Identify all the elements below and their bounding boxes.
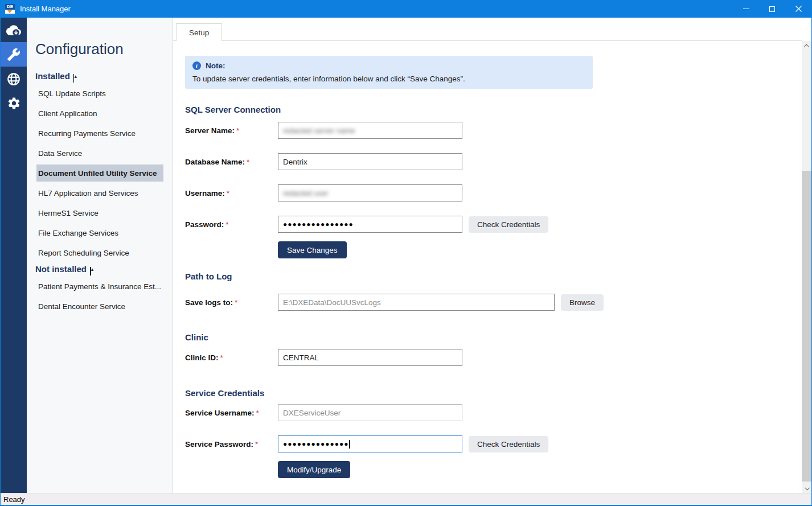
chevron-up-icon [804,44,809,48]
gear-icon [7,96,21,110]
nav-item-patient-payments-insurance[interactable]: Patient Payments & Insurance Est... [36,277,163,297]
titlebar: DE Install Manager [1,0,811,18]
globe-icon [6,72,21,87]
server-name-label: Server Name:* [185,126,278,135]
password-label: Password:* [185,220,278,229]
required-mark: * [227,189,229,198]
redacted-value: redacted user [283,189,329,198]
app-window: DE Install Manager [0,0,812,506]
icon-rail [1,18,27,493]
section-service-credentials: Service Credentials [185,388,802,398]
section-path-to-log: Path to Log [185,271,802,282]
page-title: Configuration [35,40,173,60]
rail-item-downloads[interactable] [1,18,27,42]
username-label: Username:* [185,189,278,198]
masked-password: ●●●●●●●●●●●●●● [283,440,348,448]
nav-item-data-service[interactable]: Data Service [36,143,163,163]
required-mark: * [220,353,223,362]
browse-button[interactable]: Browse [561,294,604,311]
check-credentials-button-service[interactable]: Check Credentials [469,436,548,452]
status-text: Ready [3,495,25,504]
required-mark: * [255,440,258,449]
app-logo-icon: DE [5,4,15,14]
chevron-down-icon [805,486,809,490]
password-field[interactable]: ●●●●●●●●●●●●●●● [278,216,462,233]
redacted-value: redacted server name [283,126,355,135]
collapse-caret-icon: ▲ [90,267,91,275]
save-logs-to-field[interactable] [278,294,555,311]
nav-item-document-unfiled-utility-service[interactable]: Document Unfiled Utility Service [36,164,163,182]
maximize-button[interactable] [759,0,785,18]
status-bar: Ready [1,493,811,505]
tab-setup[interactable]: Setup [176,23,222,41]
database-name-field[interactable] [278,153,462,170]
minimize-button[interactable] [733,0,759,18]
text-caret [349,440,350,449]
masked-password: ●●●●●●●●●●●●●●● [283,220,354,228]
clinic-id-field[interactable] [278,349,462,366]
modify-upgrade-button[interactable]: Modify/Upgrade [278,461,350,478]
required-mark: * [236,126,239,135]
collapse-caret-icon: ▲ [73,74,75,83]
nav-item-file-exchange-services[interactable]: File Exchange Services [36,223,163,243]
server-name-field[interactable]: redacted server name [278,122,462,139]
nav-item-sql-update-scripts[interactable]: SQL Update Scripts [36,84,163,104]
cloud-download-icon [6,23,21,38]
required-mark: * [235,298,237,307]
required-mark: * [256,409,259,417]
rail-item-network[interactable] [1,67,27,91]
service-password-label: Service Password:* [185,440,278,449]
nav-item-report-scheduling-service[interactable]: Report Scheduling Service [36,243,163,263]
maximize-icon [769,6,775,12]
required-mark: * [225,220,228,229]
nav-group-installed[interactable]: Installed▲ [35,71,173,81]
info-icon: i [192,61,201,70]
main-area: Setup i Note: To update server credentia… [173,18,811,493]
nav-item-dental-encounter-service[interactable]: Dental Encounter Service [36,297,163,316]
nav-item-hermes1-service[interactable]: HermeS1 Service [36,203,163,223]
scroll-up-button[interactable] [802,41,811,51]
rail-item-settings[interactable] [1,91,27,116]
setup-content: i Note: To update server credentials, en… [173,41,802,493]
note-title: Note: [206,61,225,70]
vertical-scrollbar[interactable] [802,41,811,493]
close-button[interactable] [785,0,811,18]
close-icon [795,6,802,12]
note-banner: i Note: To update server credentials, en… [185,56,593,89]
nav-item-recurring-payments-service[interactable]: Recurring Payments Service [36,124,163,143]
required-mark: * [247,158,249,166]
save-changes-button[interactable]: Save Changes [278,241,347,258]
service-password-field[interactable]: ●●●●●●●●●●●●●● [278,435,462,452]
window-title: Install Manager [20,5,71,13]
rail-item-configuration[interactable] [1,42,27,67]
nav-item-client-application[interactable]: Client Application [36,104,163,124]
service-username-label: Service Username:* [185,409,278,417]
database-name-label: Database Name:* [185,158,278,166]
section-clinic: Clinic [185,332,802,343]
clinic-id-label: Clinic ID:* [185,353,278,362]
nav-panel: Configuration Installed▲ SQL Update Scri… [27,18,173,493]
service-username-field[interactable] [278,404,462,421]
scroll-down-button[interactable] [802,483,811,493]
nav-item-hl7-application-and-services[interactable]: HL7 Application and Services [36,183,163,203]
nav-group-not-installed[interactable]: Not installed▲ [35,264,173,274]
save-logs-to-label: Save logs to:* [185,298,278,307]
wrench-icon [7,48,20,61]
scrollbar-thumb[interactable] [802,171,811,482]
minimize-icon [743,9,749,9]
username-field[interactable]: redacted user [278,184,462,201]
check-credentials-button[interactable]: Check Credentials [469,216,548,233]
tab-bar: Setup [173,23,802,41]
section-sql-server-connection: SQL Server Connection [185,105,802,115]
note-body: To update server credentials, enter info… [192,75,585,83]
